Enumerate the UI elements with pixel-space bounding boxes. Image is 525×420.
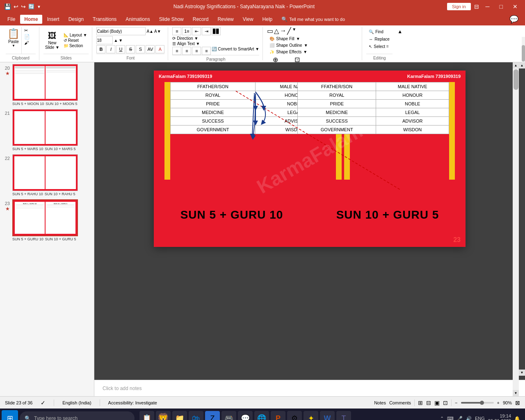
rectangle-shape[interactable]: ▭	[267, 27, 273, 35]
font-name-input[interactable]	[96, 27, 146, 35]
comments-icon[interactable]: 💬	[506, 15, 522, 24]
shape-outline-button[interactable]: ⬜ Shape Outline ▼	[267, 42, 310, 48]
notes-button[interactable]: Notes	[374, 400, 386, 405]
paste-button[interactable]: 📋 Paste ▼	[6, 27, 22, 54]
zoom-slider[interactable]	[461, 402, 494, 404]
view-reading-button[interactable]: ⊡	[443, 399, 448, 406]
taskbar-app-whatsapp[interactable]: 💬	[238, 411, 253, 420]
shape-effects-button[interactable]: ✨ Shape Effects ▼	[267, 49, 310, 55]
menu-record[interactable]: Record	[189, 15, 213, 24]
fit-window-button[interactable]: ⊠	[515, 399, 520, 406]
replace-button[interactable]: ↔ Replace	[366, 36, 392, 42]
zoom-out-button[interactable]: −	[455, 400, 457, 405]
scroll-bottom-arrow[interactable]: ▼	[513, 390, 519, 396]
numbering-button[interactable]: 1≡	[182, 27, 191, 35]
taskbar-app-widget[interactable]: 📋	[139, 411, 154, 420]
taskbar-app-chrome[interactable]: 🌐	[254, 411, 269, 420]
taskbar-app-copilot[interactable]: ✦	[304, 411, 318, 420]
select-button[interactable]: ↖ Select =	[366, 43, 392, 50]
menu-home[interactable]: Home	[20, 15, 42, 24]
decrease-indent-button[interactable]: ⇤	[192, 27, 201, 35]
notes-area[interactable]: Click to add notes	[94, 380, 525, 396]
slide-thumb-22[interactable]: 22 SUN 5 + RAHU 10 SUN 10 + RAHU 5	[2, 154, 92, 196]
align-left-button[interactable]: ≡	[172, 47, 181, 55]
view-slide-button[interactable]: ▣	[434, 399, 440, 406]
slide-thumb-23[interactable]: 23 ★ SUN 5 + GURU 10 SUN 10 + GURU 5	[2, 199, 92, 241]
menu-review[interactable]: Review	[213, 15, 237, 24]
view-normal-button[interactable]: ⊞	[418, 399, 423, 406]
taskbar-volume-icon[interactable]: 🔊	[466, 416, 472, 420]
autosave-icon[interactable]: 🔄	[28, 4, 34, 9]
taskbar-keyboard-icon[interactable]: ⌨	[447, 416, 454, 420]
scroll-down-button[interactable]: ▼	[519, 370, 525, 376]
maximize-button[interactable]: □	[496, 3, 506, 10]
arrow-shape[interactable]: →	[280, 27, 286, 35]
view-toggle-icon[interactable]: ⊟	[474, 3, 479, 10]
slide-thumb-21[interactable]: 21 SUN 5 + MARS 10 SUN 10 + MARS 5	[2, 109, 92, 151]
copy-button[interactable]: 📄	[24, 34, 30, 39]
columns-button[interactable]: ▊▊	[212, 27, 221, 35]
menu-help[interactable]: Help	[258, 15, 277, 24]
zoom-level[interactable]: 90%	[503, 400, 512, 405]
taskbar-app-powerpoint[interactable]: P	[271, 411, 285, 420]
menu-slideshow[interactable]: Slide Show	[155, 15, 188, 24]
layout-button[interactable]: 📐 Layout ▼	[64, 33, 87, 37]
spell-check-icon[interactable]: ✓	[41, 399, 46, 406]
find-button[interactable]: 🔍 Find	[366, 29, 392, 35]
menu-file[interactable]: File	[3, 15, 19, 24]
strikethrough-button[interactable]: S	[126, 45, 135, 53]
new-slide-button[interactable]: 🖼 New Slide ▼	[43, 30, 61, 50]
start-button[interactable]: ⊞	[2, 410, 18, 420]
format-painter-button[interactable]: 🖌	[24, 40, 30, 45]
scroll-top-arrow[interactable]: ▲	[513, 62, 519, 68]
signin-button[interactable]: Sign in	[447, 3, 471, 10]
charspacing-button[interactable]: AV	[146, 45, 155, 53]
section-button[interactable]: 📁 Section	[64, 43, 87, 48]
minimize-button[interactable]: ─	[482, 3, 493, 10]
italic-button[interactable]: I	[106, 45, 115, 53]
font-size-down[interactable]: ▼	[119, 38, 123, 43]
reset-button[interactable]: ↺ Reset	[64, 38, 87, 43]
shadow-button[interactable]: S	[136, 45, 145, 53]
shapes-more[interactable]: ▼	[292, 27, 296, 35]
search-field[interactable]: 🔍 Tell me what you want to do	[281, 16, 345, 22]
comments-button[interactable]: Comments	[389, 400, 411, 405]
scroll-thumb[interactable]	[514, 69, 518, 90]
notification-icon[interactable]: 🔔	[514, 416, 520, 420]
taskbar-app-game[interactable]: 🎮	[221, 411, 236, 420]
align-text-button[interactable]: ☰ Align Text ▼	[172, 41, 200, 46]
font-shrink-button[interactable]: A▼	[154, 29, 161, 34]
convert-smartart-button[interactable]: 🔄 Convert to SmartArt ▼	[212, 47, 259, 55]
font-size-up[interactable]: ▲	[114, 38, 118, 43]
shape-fill-button[interactable]: 🎨 Shape Fill ▼	[267, 36, 310, 42]
fontcolor-button[interactable]: A	[155, 45, 164, 53]
triangle-shape[interactable]: △	[274, 27, 279, 35]
scroll-up-button[interactable]: ▲	[519, 62, 525, 68]
taskbar-search[interactable]: 🔍 Type here to search	[20, 411, 135, 420]
ribbon-collapse-button[interactable]: ▲	[397, 27, 403, 60]
undo-icon[interactable]: ↩	[14, 3, 18, 10]
close-button[interactable]: ✕	[509, 3, 521, 10]
taskbar-app-word[interactable]: W	[320, 411, 335, 420]
zoom-in-button[interactable]: +	[497, 400, 500, 405]
bold-button[interactable]: B	[96, 45, 105, 53]
taskbar-app-teams[interactable]: T	[336, 411, 351, 420]
zoom-thumb[interactable]	[480, 401, 484, 405]
vertical-scrollbar[interactable]: ▲ ▼	[513, 62, 519, 396]
view-outline-button[interactable]: ⊟	[426, 399, 431, 406]
taskbar-arrow-icon[interactable]: ⌃	[440, 416, 444, 420]
taskbar-lion-icon[interactable]: 🦁	[156, 411, 171, 420]
font-size-input[interactable]	[96, 36, 113, 44]
text-direction-button[interactable]: ⟳ Direction ▼	[172, 36, 198, 41]
increase-indent-button[interactable]: ⇥	[202, 27, 211, 35]
taskbar-app-settings[interactable]: ⚙	[287, 411, 302, 420]
taskbar-app-store[interactable]: 🛍	[189, 411, 203, 420]
taskbar-app-zoom[interactable]: Z	[205, 411, 220, 420]
align-right-button[interactable]: ≡	[192, 47, 201, 55]
bullets-button[interactable]: ≡	[172, 27, 181, 35]
menu-view[interactable]: View	[239, 15, 258, 24]
dropdown-icon[interactable]: ▼	[37, 5, 41, 9]
taskbar-mic-icon[interactable]: 🎤	[457, 416, 463, 420]
menu-insert[interactable]: Insert	[43, 15, 64, 24]
font-grow-button[interactable]: A▲	[146, 29, 153, 34]
